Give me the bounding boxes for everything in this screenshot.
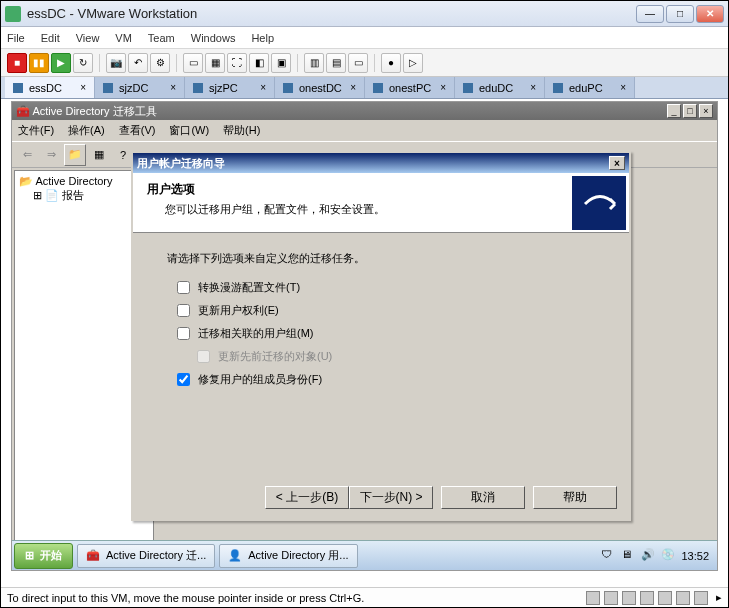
record-button[interactable]: ● xyxy=(381,53,401,73)
clock[interactable]: 13:52 xyxy=(681,550,709,562)
vm-tab-sjzpc[interactable]: sjzPC× xyxy=(185,77,275,98)
wizard-header: 用户选项 您可以迁移用户组，配置文件，和安全设置。 xyxy=(133,173,629,233)
menu-help[interactable]: 帮助(H) xyxy=(223,123,260,138)
wizard-dialog: 用户帐户迁移向导 × 用户选项 您可以迁移用户组，配置文件，和安全设置。 请选择… xyxy=(131,151,631,521)
net-icon[interactable] xyxy=(640,591,654,605)
menu-help[interactable]: Help xyxy=(251,32,274,44)
tree-root[interactable]: 📂 Active Directory xyxy=(19,175,149,188)
menu-file[interactable]: File xyxy=(7,32,25,44)
maximize-button[interactable]: □ xyxy=(666,5,694,23)
menu-view[interactable]: 查看(V) xyxy=(119,123,156,138)
tab-close-icon[interactable]: × xyxy=(440,82,446,93)
reset-button[interactable]: ↻ xyxy=(73,53,93,73)
vm-tab-edudc[interactable]: eduDC× xyxy=(455,77,545,98)
menu-edit[interactable]: Edit xyxy=(41,32,60,44)
manage-button[interactable]: ⚙ xyxy=(150,53,170,73)
capture-button[interactable]: ▭ xyxy=(348,53,368,73)
back-button[interactable]: < 上一步(B) xyxy=(265,486,349,509)
wizard-body: 请选择下列选项来自定义您的迁移任务。 转换漫游配置文件(T) 更新用户权利(E)… xyxy=(133,233,629,413)
hdd-icon[interactable] xyxy=(586,591,600,605)
monitor-icon xyxy=(553,83,563,93)
menu-team[interactable]: Team xyxy=(148,32,175,44)
sound-icon[interactable]: 🔊 xyxy=(641,548,657,564)
power-on-button[interactable]: ▶ xyxy=(51,53,71,73)
close-button[interactable]: ✕ xyxy=(696,5,724,23)
forward-button[interactable]: ⇒ xyxy=(40,144,62,166)
floppy-icon[interactable] xyxy=(622,591,636,605)
fullscreen-button[interactable]: ⛶ xyxy=(227,53,247,73)
menu-vm[interactable]: VM xyxy=(115,32,132,44)
vmware-app-icon xyxy=(5,6,21,22)
wizard-title-bar[interactable]: 用户帐户迁移向导 × xyxy=(133,153,629,173)
usb-icon[interactable] xyxy=(658,591,672,605)
vm-tab-onestpc[interactable]: onestPC× xyxy=(365,77,455,98)
sound-icon[interactable] xyxy=(676,591,690,605)
label-groups: 迁移相关联的用户组(M) xyxy=(198,326,314,341)
checkbox-update-prev xyxy=(197,350,210,363)
guest-taskbar: ⊞ 开始 🧰 Active Directory 迁... 👤 Active Di… xyxy=(12,540,717,570)
suspend-button[interactable]: ▮▮ xyxy=(29,53,49,73)
menu-window[interactable]: 窗口(W) xyxy=(169,123,209,138)
minimize-button[interactable]: — xyxy=(636,5,664,23)
cd-icon[interactable] xyxy=(604,591,618,605)
checkbox-rights[interactable] xyxy=(177,304,190,317)
menu-action[interactable]: 操作(A) xyxy=(68,123,105,138)
console-button[interactable]: ▣ xyxy=(271,53,291,73)
screens-icon[interactable] xyxy=(694,591,708,605)
minimize-button[interactable]: _ xyxy=(667,104,681,118)
network-icon[interactable]: 🖥 xyxy=(621,548,637,564)
checkbox-row-groups[interactable]: 迁移相关联的用户组(M) xyxy=(177,326,595,341)
tab-close-icon[interactable]: × xyxy=(530,82,536,93)
checkbox-row-update-prev: 更新先前迁移的对象(U) xyxy=(197,349,595,364)
taskbar-item-wizard[interactable]: 👤 Active Directory 用... xyxy=(219,544,357,568)
thumbnail-button[interactable]: ▦ xyxy=(205,53,225,73)
shield-icon[interactable]: 🛡 xyxy=(601,548,617,564)
unity-button[interactable]: ◧ xyxy=(249,53,269,73)
window-title: essDC - VMware Workstation xyxy=(27,6,636,21)
refresh-button[interactable]: ▦ xyxy=(88,144,110,166)
tab-close-icon[interactable]: × xyxy=(80,82,86,93)
checkbox-row-roaming[interactable]: 转换漫游配置文件(T) xyxy=(177,280,595,295)
menu-view[interactable]: View xyxy=(76,32,100,44)
help-button[interactable]: 帮助 xyxy=(533,486,617,509)
tab-close-icon[interactable]: × xyxy=(260,82,266,93)
checkbox-roaming[interactable] xyxy=(177,281,190,294)
tab-close-icon[interactable]: × xyxy=(620,82,626,93)
revert-button[interactable]: ↶ xyxy=(128,53,148,73)
snapshot-button[interactable]: 📷 xyxy=(106,53,126,73)
tab-close-icon[interactable]: × xyxy=(350,82,356,93)
status-bar: To direct input to this VM, move the mou… xyxy=(1,587,728,607)
next-button[interactable]: 下一步(N) > xyxy=(349,486,433,509)
checkbox-groups[interactable] xyxy=(177,327,190,340)
back-button[interactable]: ⇐ xyxy=(16,144,38,166)
migration-arrow-icon xyxy=(572,176,626,230)
menu-windows[interactable]: Windows xyxy=(191,32,236,44)
start-button[interactable]: ⊞ 开始 xyxy=(14,543,73,569)
power-off-button[interactable]: ■ xyxy=(7,53,27,73)
up-button[interactable]: 📁 xyxy=(64,144,86,166)
vm-tab-sjzdc[interactable]: sjzDC× xyxy=(95,77,185,98)
maximize-button[interactable]: □ xyxy=(683,104,697,118)
checkbox-fixmember[interactable] xyxy=(177,373,190,386)
label-fixmember: 修复用户的组成员身份(F) xyxy=(198,372,322,387)
close-button[interactable]: × xyxy=(699,104,713,118)
menu-file[interactable]: 文件(F) xyxy=(18,123,54,138)
expand-tray-button[interactable]: ▸ xyxy=(716,591,722,605)
close-icon[interactable]: × xyxy=(609,156,625,170)
vm-tab-edupc[interactable]: eduPC× xyxy=(545,77,635,98)
summary-button[interactable]: ▥ xyxy=(304,53,324,73)
sidebar-button[interactable]: ▭ xyxy=(183,53,203,73)
label-roaming: 转换漫游配置文件(T) xyxy=(198,280,300,295)
appliance-button[interactable]: ▤ xyxy=(326,53,346,73)
replay-button[interactable]: ▷ xyxy=(403,53,423,73)
cancel-button[interactable]: 取消 xyxy=(441,486,525,509)
vm-tabs: essDC× sjzDC× sjzPC× onestDC× onestPC× e… xyxy=(1,77,728,99)
cd-icon[interactable]: 💿 xyxy=(661,548,677,564)
checkbox-row-rights[interactable]: 更新用户权利(E) xyxy=(177,303,595,318)
tab-close-icon[interactable]: × xyxy=(170,82,176,93)
taskbar-item-admt[interactable]: 🧰 Active Directory 迁... xyxy=(77,544,215,568)
vm-tab-essdc[interactable]: essDC× xyxy=(5,77,95,98)
checkbox-row-fixmember[interactable]: 修复用户的组成员身份(F) xyxy=(177,372,595,387)
admt-title-bar: 🧰 Active Directory 迁移工具 _ □ × xyxy=(12,102,717,120)
vm-tab-onestdc[interactable]: onestDC× xyxy=(275,77,365,98)
